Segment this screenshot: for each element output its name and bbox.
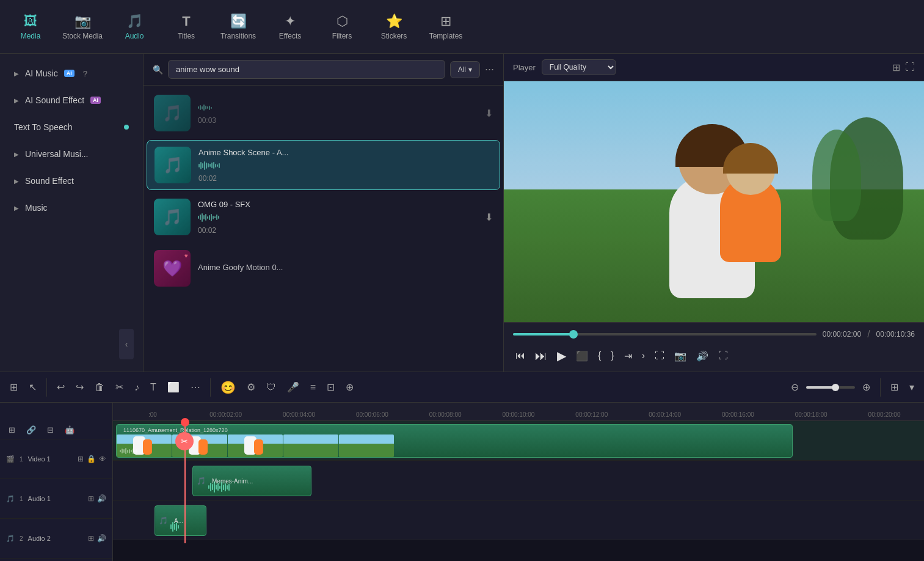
waveform-2 — [198, 211, 478, 224]
fx-button[interactable]: ⚙ — [243, 379, 259, 395]
more-button[interactable]: ⛶ — [716, 348, 730, 364]
cut-button[interactable]: ✂ — [112, 379, 127, 395]
video-lock-button[interactable]: 🔒 — [87, 455, 96, 463]
delete-button[interactable]: 🗑 — [91, 380, 108, 395]
rewind-button[interactable]: ⏮ — [513, 348, 528, 364]
toolbar-item-stickers[interactable]: ⭐ Stickers — [369, 4, 418, 50]
list-item[interactable]: 💜 ♥ Anime Goofy Motion 0... — [147, 244, 500, 293]
toolbar-item-templates[interactable]: ⊞ Templates — [421, 4, 470, 50]
audio1-add-button[interactable]: ⊞ — [88, 494, 94, 503]
undo-button[interactable]: ↩ — [53, 379, 68, 395]
audio-duration-1: 00:02 — [198, 174, 492, 183]
video-eye-button[interactable]: 👁 — [99, 455, 106, 463]
toolbar-item-filters[interactable]: ⬡ Filters — [318, 4, 366, 50]
mark-out-button[interactable]: } — [608, 348, 616, 364]
stickers-icon: ⭐ — [386, 13, 402, 29]
face-button[interactable]: 😊 — [217, 378, 239, 397]
download-icon-2[interactable]: ⬇ — [485, 211, 493, 223]
timeline-grid-button[interactable]: ⊞ — [6, 379, 21, 395]
list-item[interactable]: 🎵 OMG 09 - SFX 00:02 ⬇ — [147, 193, 500, 241]
audio2-add-button[interactable]: ⊞ — [88, 534, 94, 543]
ai-sound-effect-badge: AI — [90, 97, 101, 104]
zoom-slider[interactable] — [806, 386, 855, 389]
timeline-area: ⊞ ↖ ↩ ↪ 🗑 ✂ ♪ T ⬜ ⋯ 😊 ⚙ 🛡 🎤 ≡ ⊡ ⊕ ⊖ ⊕ — [0, 372, 924, 561]
list-item[interactable]: 🎵 00:03 ⬇ — [147, 89, 500, 138]
search-input[interactable] — [168, 60, 445, 79]
progress-thumb[interactable] — [569, 330, 578, 339]
ai-music-help-icon[interactable]: ? — [83, 69, 87, 78]
video-clip[interactable]: 1110670_Amusement_Relation_1280x720 — [116, 424, 793, 458]
sidebar-item-text-to-speech[interactable]: Text To Speech — [5, 115, 138, 139]
audio2-vol-button[interactable]: 🔊 — [97, 534, 106, 543]
sidebar-collapse-button[interactable]: ‹ — [119, 329, 134, 359]
screenshot-button[interactable]: 📷 — [672, 348, 689, 364]
audio-button[interactable]: ♪ — [131, 380, 143, 395]
split-track-button[interactable]: ⊟ — [43, 423, 57, 437]
list-item[interactable]: 🎵 Anime Shock Scene - A... 00:02 — [147, 140, 500, 190]
volume-button[interactable]: 🔊 — [694, 348, 711, 364]
sidebar-item-ai-sound-effect[interactable]: ▶ AI Sound Effect AI — [5, 88, 138, 112]
audio-info-0: 00:03 — [198, 101, 478, 125]
audio-list: 🎵 00:03 ⬇ 🎵 Anime Sho — [144, 86, 503, 372]
link-tracks-button[interactable]: 🔗 — [23, 423, 40, 437]
quality-select[interactable]: Full Quality Preview Quality — [542, 59, 616, 75]
toolbar-item-audio[interactable]: 🎵 Audio — [110, 4, 159, 50]
ruler-marks: :00 00:00:02:00 00:00:04:00 00:00:06:00 … — [113, 411, 924, 418]
zoom-in-button[interactable]: ⊕ — [859, 379, 874, 395]
zoom-thumb[interactable] — [832, 384, 839, 391]
audio-clip-2[interactable]: 🎵 A... — [155, 505, 206, 536]
add-button[interactable]: ⊕ — [342, 379, 357, 395]
video-track-label: Video 1 — [28, 455, 51, 463]
settings-button[interactable]: › — [639, 348, 647, 364]
left-sidebar: ▶ AI Music AI ? ▶ AI Sound Effect AI Tex… — [0, 54, 144, 372]
sidebar-item-ai-music[interactable]: ▶ AI Music AI ? — [5, 61, 138, 86]
layout-grid-button[interactable]: ⊞ — [887, 379, 902, 395]
shield-button[interactable]: 🛡 — [263, 380, 280, 395]
grid-view-button[interactable]: ⊞ — [892, 62, 900, 73]
toolbar-item-titles[interactable]: T Titles — [162, 4, 211, 50]
filter-dropdown[interactable]: All ▾ — [450, 61, 480, 78]
timeline-content[interactable]: :00 00:00:02:00 00:00:04:00 00:00:06:00 … — [113, 403, 924, 561]
audio1-vol-button[interactable]: 🔊 — [97, 494, 106, 503]
more-options-button[interactable]: ··· — [485, 63, 494, 76]
mic-button[interactable]: 🎤 — [283, 379, 303, 395]
sidebar-item-music[interactable]: ▶ Music — [5, 196, 138, 220]
video-add-button[interactable]: ⊞ — [78, 455, 84, 463]
more-tl-button[interactable]: ⋯ — [187, 379, 204, 395]
templates-icon: ⊞ — [440, 13, 451, 29]
progress-track[interactable] — [513, 333, 817, 336]
progress-fill — [513, 333, 573, 336]
add-track-button[interactable]: ⊞ — [5, 423, 19, 437]
toolbar-item-media[interactable]: 🖼 Media — [6, 4, 55, 50]
timeline-toolbar: ⊞ ↖ ↩ ↪ 🗑 ✂ ♪ T ⬜ ⋯ 😊 ⚙ 🛡 🎤 ≡ ⊡ ⊕ ⊖ ⊕ — [0, 372, 924, 403]
timeline-select-button[interactable]: ↖ — [25, 379, 40, 395]
text-button[interactable]: T — [147, 380, 160, 395]
audio-duration-0: 00:03 — [198, 116, 478, 125]
audio-1-track-num: 1 — [20, 496, 23, 502]
mark-in-button[interactable]: { — [595, 348, 603, 364]
audio-clip-1[interactable]: 🎵 Memes-Anim... — [192, 466, 311, 496]
expand-icon-music: ▶ — [14, 205, 19, 211]
list-button[interactable]: ≡ — [307, 380, 319, 395]
clip-button[interactable]: ⬜ — [164, 379, 183, 395]
layout-expand-button[interactable]: ▾ — [906, 379, 918, 395]
download-icon-0[interactable]: ⬇ — [485, 108, 493, 119]
toolbar-label-templates: Templates — [429, 32, 463, 40]
layout-button[interactable]: ⊡ — [323, 379, 338, 395]
audio-2-track-num: 2 — [20, 535, 23, 542]
toolbar-item-effects[interactable]: ✦ Effects — [266, 4, 315, 50]
redo-button[interactable]: ↪ — [72, 379, 87, 395]
frame-back-button[interactable]: ⏭ — [533, 346, 550, 365]
toolbar-item-stock-media[interactable]: 📷 Stock Media — [58, 4, 107, 50]
stop-button[interactable]: ⬛ — [573, 348, 591, 364]
play-button[interactable]: ▶ — [555, 346, 569, 365]
sidebar-item-universal-music[interactable]: ▶ Universal Musi... — [5, 142, 138, 166]
sidebar-item-sound-effect[interactable]: ▶ Sound Effect — [5, 169, 138, 193]
zoom-out-button[interactable]: ⊖ — [787, 379, 802, 395]
ai-track-button[interactable]: 🤖 — [61, 423, 78, 437]
zoom-fill — [806, 386, 835, 389]
fullscreen-button[interactable]: ⛶ — [652, 348, 667, 364]
export-button[interactable]: ⇥ — [622, 348, 635, 364]
expand-view-button[interactable]: ⛶ — [905, 62, 915, 73]
toolbar-item-transitions[interactable]: 🔄 Transitions — [214, 4, 263, 50]
